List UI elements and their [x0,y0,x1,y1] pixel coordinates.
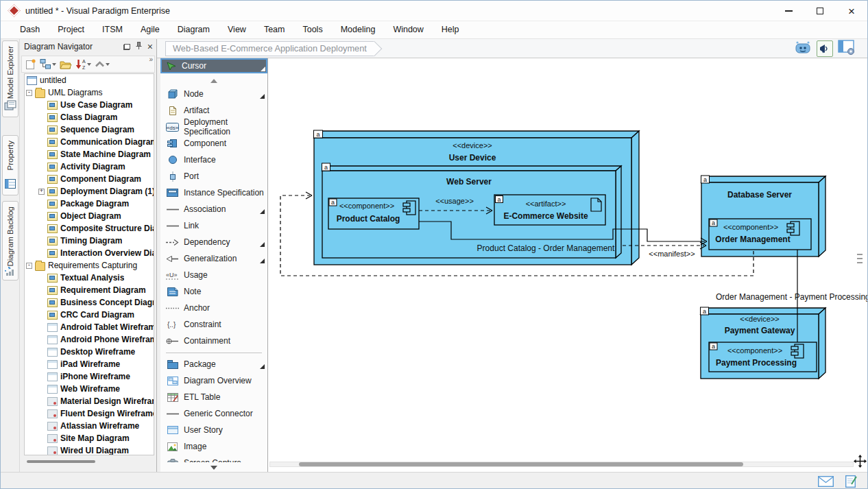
component-product-catalog[interactable]: a <<component>> Product Catalog [328,198,419,229]
tree-item-activity-diagram[interactable]: Activity Diagram [25,160,154,173]
tree-item-wired-ui-diagram[interactable]: Wired UI Diagram [25,444,154,455]
side-tab-model-explorer[interactable]: Model Explorer [2,40,19,117]
menu-help[interactable]: Help [433,21,468,38]
palette-item-screen-capture[interactable]: Screen Capture [160,455,267,462]
palette-item-diagram-overview[interactable]: Diagram Overview [160,372,267,389]
artifact-ecommerce-website[interactable]: a <<artifact>> E-Commerce Website [494,195,605,225]
expand-corner-icon[interactable] [260,94,265,99]
toolbar-overflow-icon[interactable]: » [149,56,152,63]
tree-item-web-wireframe[interactable]: Web Wireframe [25,383,154,395]
tree-item-untitled[interactable]: untitled [25,74,154,86]
panel-layout-icon[interactable] [838,40,855,58]
tree-item-communication-diagram[interactable]: Communication Diagram [25,136,154,148]
new-diagram-button[interactable] [24,57,37,71]
tree-item-uml-diagrams[interactable]: -UML Diagrams [25,86,154,99]
collapse-expander-icon[interactable]: - [26,263,32,269]
palette-item-cursor[interactable]: Cursor [160,58,267,73]
palette-item-user-story[interactable]: User Story [160,422,267,438]
palette-item-constraint[interactable]: {..}Constraint [160,316,267,333]
palette-item-deployment-specification[interactable]: «ds»Deployment Specification [160,119,267,135]
tree-item-desktop-wireframe[interactable]: Desktop Wireframe [25,346,154,358]
tree-item-class-diagram[interactable]: Class Diagram [25,111,154,123]
ai-assistant-icon[interactable] [794,39,812,58]
palette-item-note[interactable]: Note [160,283,267,300]
tree-item-iphone-wireframe[interactable]: iPhone Wireframe [25,370,154,383]
tree-item-timing-diagram[interactable]: Timing Diagram [25,235,154,247]
expand-corner-icon[interactable] [260,364,265,369]
panel-splitter-grip[interactable] [857,248,863,270]
expand-expander-icon[interactable]: + [38,189,45,195]
tree-item-textual-analysis[interactable]: Textual Analysis [25,272,154,284]
pin-panel-icon[interactable] [136,42,142,51]
side-tab-property[interactable]: Property [2,135,19,195]
menu-view[interactable]: View [219,21,255,38]
palette-item-package[interactable]: Package [160,356,267,372]
collapse-expander-icon[interactable]: - [26,90,32,96]
palette-item-node[interactable]: Node [160,86,267,102]
palette-item-generic-connector[interactable]: Generic Connector [160,405,267,422]
component-payment-processing[interactable]: a <<component>> Payment Processing [709,342,817,372]
palette-item-interface[interactable]: Interface [160,152,267,168]
palette-item-instance-specification[interactable]: Instance Specification [160,184,267,201]
palette-item-etl-table[interactable]: ETL Table [160,389,267,405]
menu-team[interactable]: Team [255,21,294,38]
menu-diagram[interactable]: Diagram [169,21,219,38]
side-tab-diagram-backlog[interactable]: Diagram Backlog [2,201,19,281]
tree-item-material-design-wireframe[interactable]: Material Design Wireframe [25,395,154,407]
menu-project[interactable]: Project [49,21,93,38]
tree-item-site-map-diagram[interactable]: Site Map Diagram [25,432,154,444]
expand-corner-icon[interactable] [261,67,265,71]
expand-corner-icon[interactable] [260,242,265,247]
pan-tool-icon[interactable] [854,455,867,470]
announcement-button[interactable] [817,40,833,57]
close-panel-icon[interactable]: × [147,43,153,50]
tree-item-interaction-overview-diagram[interactable]: Interaction Overview Diagram [25,247,154,259]
palette-item-dependency[interactable]: Dependency [160,234,267,250]
collapse-all-button[interactable] [94,57,110,71]
tree-horizontal-scrollbar[interactable] [27,460,95,463]
menu-modeling[interactable]: Modeling [332,21,385,38]
tree-item-android-tablet-wireframe[interactable]: Android Tablet Wireframe [25,321,154,333]
tree-item-fluent-design-wireframe[interactable]: Fluent Design Wireframe [25,407,154,420]
palette-item-link[interactable]: Link [160,217,267,234]
tree-item-sequence-diagram[interactable]: Sequence Diagram [25,123,154,136]
palette-item-image[interactable]: Image [160,438,267,455]
minimize-button[interactable] [773,1,804,21]
palette-item-generalization[interactable]: Generalization [160,250,267,267]
menu-itsm[interactable]: ITSM [93,21,132,38]
diagram-canvas[interactable]: a <<device>> User Device a Web Server [268,58,867,472]
close-button[interactable]: × [836,1,867,21]
tree-item-business-concept-diagram[interactable]: Business Concept Diagram [25,296,154,309]
sort-button[interactable]: AZ [75,57,92,71]
open-folder-button[interactable] [59,57,73,71]
breadcrumb[interactable]: Web-Based E-Commerce Application Deploym… [165,41,374,56]
expand-corner-icon[interactable] [260,259,265,263]
palette-scroll-up[interactable] [160,79,267,83]
palette-item-component[interactable]: Component [160,135,267,152]
palette-item-artifact[interactable]: Artifact [160,102,267,119]
tree-item-requirements-capturing[interactable]: -Requirements Capturing [25,259,154,272]
palette-item-port[interactable]: Port [160,168,267,184]
tree-item-atlassian-wireframe[interactable]: Atlassian Wireframe [25,420,154,432]
palette-item-usage[interactable]: «U»Usage [160,267,267,283]
tree-item-deployment-diagram-1[interactable]: +Deployment Diagram (1) [25,185,154,198]
tree-item-composite-structure-diagram[interactable]: Composite Structure Diagram [25,222,154,235]
palette-item-association[interactable]: Association [160,201,267,217]
palette-scroll-down[interactable] [160,466,267,470]
canvas-scrollbar-thumb[interactable] [299,462,743,466]
float-panel-icon[interactable] [123,44,130,50]
palette-item-anchor[interactable]: Anchor [160,300,267,316]
tree-item-state-machine-diagram[interactable]: State Machine Diagram [25,148,154,160]
tree-item-requirement-diagram[interactable]: Requirement Diagram [25,284,154,296]
tree-item-use-case-diagram[interactable]: Use Case Diagram [25,99,154,111]
menu-tools[interactable]: Tools [293,21,331,38]
messages-button[interactable] [818,476,834,489]
expand-corner-icon[interactable] [260,209,265,214]
tree-item-object-diagram[interactable]: Object Diagram [25,210,154,222]
component-order-management[interactable]: a <<component>> Order Management [709,219,811,250]
maximize-button[interactable] [804,1,836,21]
tree-item-crc-card-diagram[interactable]: CRC Card Diagram [25,309,154,321]
group-by-button[interactable] [39,57,57,71]
menu-dash[interactable]: Dash [11,21,49,38]
tree-item-package-diagram[interactable]: Package Diagram [25,198,154,210]
